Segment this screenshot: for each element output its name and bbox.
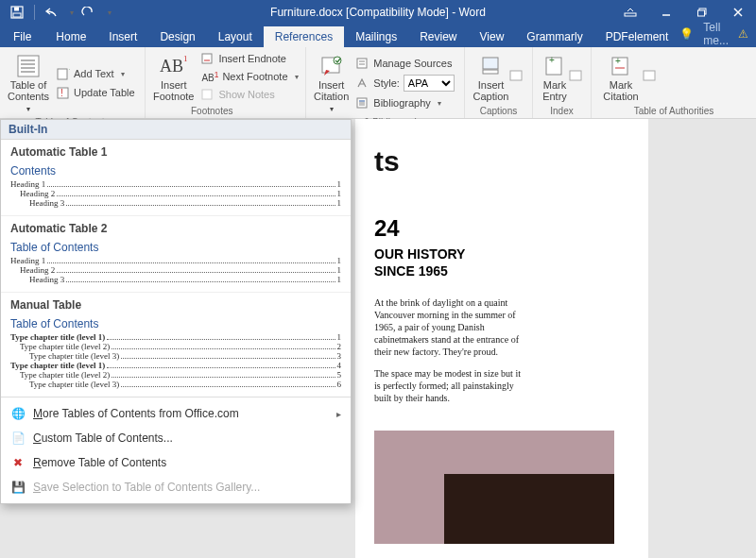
remove-icon: ✖ xyxy=(10,455,26,470)
canvas-gutter xyxy=(652,119,756,558)
insert-endnote-button[interactable]: Insert Endnote xyxy=(198,51,301,66)
chapter-number: 24 xyxy=(374,215,614,242)
insert-footnote-button[interactable]: AB1 Insert Footnote xyxy=(153,51,194,102)
show-notes-icon xyxy=(201,89,215,100)
svg-rect-1 xyxy=(14,8,19,11)
insert-citation-button[interactable]: Insert Citation ▾ xyxy=(314,51,349,115)
svg-rect-31 xyxy=(483,58,498,69)
manage-sources-button[interactable]: Manage Sources xyxy=(352,56,458,71)
citation-style-selector[interactable]: Style: APA xyxy=(352,73,458,93)
toc-menu-custom[interactable]: 📄 Custom Table of Contents... xyxy=(1,426,351,450)
mark-citation-button[interactable]: + Mark Citation xyxy=(599,51,643,102)
group-captions-label: Captions xyxy=(472,104,524,116)
insert-caption-button[interactable]: Insert Caption xyxy=(472,51,509,102)
toc-menu-more-office[interactable]: 🌐 MMore Tables of Contents from Office.c… xyxy=(1,401,351,426)
toc-menu-save-selection: 💾 Save Selection to Table of Contents Ga… xyxy=(1,475,351,499)
group-index-label: Index xyxy=(541,104,583,116)
svg-rect-2 xyxy=(13,13,21,17)
ribbon-tabstrip: File Home Insert Design Layout Reference… xyxy=(0,25,756,47)
file-tab[interactable]: File xyxy=(0,26,44,47)
toc-option-automatic-table-1[interactable]: Automatic Table 1 Contents Heading 11 He… xyxy=(1,140,351,216)
update-table-button[interactable]: ! Update Table xyxy=(53,84,139,101)
svg-text:+: + xyxy=(69,67,70,75)
mark-entry-button[interactable]: + Mark Entry xyxy=(541,51,569,102)
toc-menu-remove[interactable]: ✖ Remove Table of Contents xyxy=(1,450,351,475)
svg-rect-10 xyxy=(18,56,39,76)
window-title: Furniture.docx [Compatibility Mode] - Wo… xyxy=(270,6,486,19)
next-footnote-icon: AB1 xyxy=(201,70,218,83)
toc-option-title: Automatic Table 2 xyxy=(10,222,341,235)
tab-mailings[interactable]: Mailings xyxy=(344,26,408,47)
document-icon: 📄 xyxy=(10,431,26,446)
svg-rect-40 xyxy=(644,71,655,80)
toc-preview-heading: Table of Contents xyxy=(10,241,341,254)
tab-view[interactable]: View xyxy=(469,26,516,47)
document-page[interactable]: ts 24 OUR HISTORY SINCE 1965 At the brin… xyxy=(355,119,648,558)
table-of-contents-button[interactable]: Table of Contents ▾ xyxy=(8,51,49,115)
toc-menu: 🌐 MMore Tables of Contents from Office.c… xyxy=(1,397,351,503)
partial-heading: ts xyxy=(374,145,614,178)
tab-pdfelement[interactable]: PDFelement xyxy=(594,26,680,47)
style-icon xyxy=(356,77,369,89)
svg-rect-33 xyxy=(510,71,522,80)
group-footnotes-label: Footnotes xyxy=(153,104,298,116)
tab-layout[interactable]: Layout xyxy=(207,26,264,47)
undo-icon[interactable] xyxy=(41,2,63,23)
insert-caption-icon xyxy=(477,53,506,79)
insert-citation-icon xyxy=(318,53,346,79)
tab-grammarly[interactable]: Grammarly xyxy=(515,26,593,47)
document-image xyxy=(374,431,614,544)
svg-rect-32 xyxy=(483,70,498,74)
next-footnote-button[interactable]: AB1 Next Footnote xyxy=(198,68,301,85)
insert-endnote-icon xyxy=(201,53,215,64)
svg-rect-36 xyxy=(570,71,581,80)
save-icon[interactable] xyxy=(6,2,28,23)
svg-rect-15 xyxy=(58,69,67,79)
toc-label: Table of Contents xyxy=(8,79,49,102)
add-text-label: Add Text xyxy=(74,68,114,79)
style-label: Style: xyxy=(373,77,400,89)
redo-icon[interactable] xyxy=(77,2,99,23)
captions-extra-icon[interactable] xyxy=(509,70,524,83)
quick-access-toolbar xyxy=(0,2,114,23)
manage-sources-icon xyxy=(356,58,369,69)
tab-references[interactable]: References xyxy=(264,26,344,47)
bibliography-button[interactable]: Bibliography xyxy=(352,95,458,110)
lightbulb-icon: 💡 xyxy=(679,27,694,41)
svg-text:!: ! xyxy=(60,88,63,98)
body-paragraph: At the brink of daylight on a quaint Van… xyxy=(374,296,525,358)
svg-rect-21 xyxy=(202,90,212,99)
show-notes-button[interactable]: Show Notes xyxy=(198,87,301,102)
minimize-icon[interactable] xyxy=(648,0,684,25)
svg-text:+: + xyxy=(549,55,555,65)
tab-review[interactable]: Review xyxy=(408,26,468,47)
svg-rect-6 xyxy=(698,10,705,16)
tab-design[interactable]: Design xyxy=(148,26,206,47)
toc-option-manual-table[interactable]: Manual Table Table of Contents Type chap… xyxy=(1,293,351,397)
authorities-extra-icon[interactable] xyxy=(643,70,658,83)
table-of-contents-icon xyxy=(14,53,43,79)
toc-option-title: Manual Table xyxy=(10,298,341,312)
chevron-right-icon: ▸ xyxy=(336,409,341,419)
group-authorities-label: Table of Authorities xyxy=(599,104,748,116)
toc-preview-heading: Table of Contents xyxy=(10,317,341,330)
tab-home[interactable]: Home xyxy=(44,26,97,47)
add-text-button[interactable]: + Add Text xyxy=(53,65,139,82)
toc-gallery-header: Built-In xyxy=(1,120,351,140)
style-dropdown[interactable]: APA xyxy=(404,75,455,92)
tab-insert[interactable]: Insert xyxy=(97,26,148,47)
index-extra-icon[interactable] xyxy=(569,70,584,83)
tell-me-search[interactable]: Tell me... xyxy=(703,21,729,47)
undo-history-dropdown[interactable] xyxy=(65,2,75,23)
document-area[interactable]: ts 24 OUR HISTORY SINCE 1965 At the brin… xyxy=(352,119,756,558)
toc-option-title: Automatic Table 1 xyxy=(10,145,341,159)
toc-option-automatic-table-2[interactable]: Automatic Table 2 Table of Contents Head… xyxy=(1,216,351,293)
qat-customize-dropdown[interactable] xyxy=(101,2,114,23)
save-to-gallery-icon: 💾 xyxy=(10,480,26,495)
ribbon: Table of Contents ▾ + Add Text ! Update … xyxy=(0,47,756,119)
svg-rect-3 xyxy=(625,13,636,16)
svg-text:+: + xyxy=(615,56,621,66)
ribbon-options-icon[interactable] xyxy=(612,0,648,25)
title-bar: Furniture.docx [Compatibility Mode] - Wo… xyxy=(0,0,756,25)
warning-icon[interactable]: ⚠ xyxy=(738,27,748,41)
